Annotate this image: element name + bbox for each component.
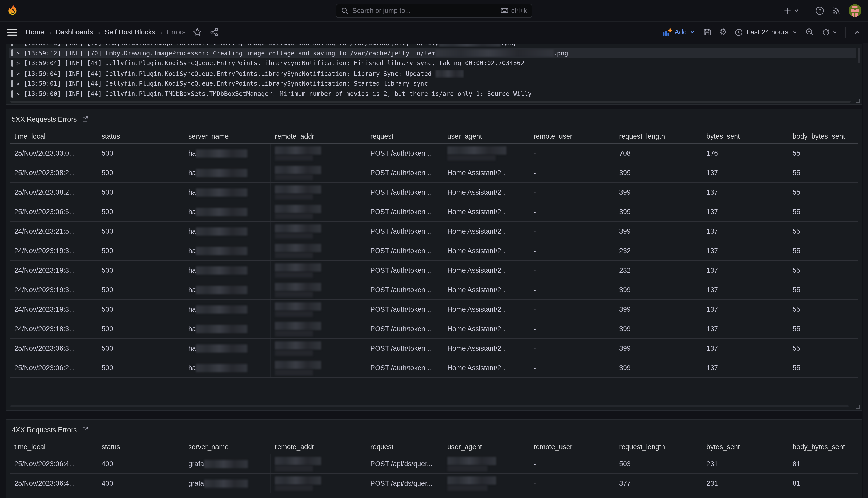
table-cell: 25/Nov/2023:06:5... bbox=[10, 202, 97, 221]
table-cell: 399 bbox=[615, 319, 702, 338]
table-row: 24/Nov/2023:19:3...500haPOST /auth/token… bbox=[10, 261, 858, 280]
collapse-toolbar-icon[interactable] bbox=[854, 28, 861, 36]
table-cell: POST /auth/token ... bbox=[366, 319, 443, 338]
breadcrumb-item: Errors bbox=[167, 28, 186, 36]
log-level-bar bbox=[11, 70, 13, 77]
star-icon[interactable] bbox=[193, 28, 202, 37]
horizontal-scrollbar[interactable] bbox=[10, 405, 849, 407]
column-header-status[interactable]: status bbox=[97, 443, 184, 450]
external-link-icon[interactable] bbox=[82, 426, 89, 433]
column-header-server_name[interactable]: server_name bbox=[184, 443, 271, 450]
share-icon[interactable] bbox=[210, 28, 219, 37]
external-link-icon[interactable] bbox=[82, 116, 89, 123]
column-header-user_agent[interactable]: user_agent bbox=[443, 132, 529, 140]
table-cell: ha bbox=[184, 222, 271, 241]
help-icon[interactable]: ? bbox=[815, 6, 824, 15]
table-cell: 55 bbox=[788, 261, 858, 280]
column-header-body_bytes_sent[interactable]: body_bytes_sent bbox=[788, 443, 858, 450]
column-header-bytes_sent[interactable]: bytes_sent bbox=[702, 443, 788, 450]
table-cell: POST /auth/token ... bbox=[366, 144, 443, 163]
table-cell: Home Assistant/2... bbox=[443, 261, 529, 280]
log-expand-icon[interactable]: > bbox=[16, 91, 20, 97]
column-header-user_agent[interactable]: user_agent bbox=[443, 443, 529, 450]
zoom-out-icon[interactable] bbox=[805, 28, 814, 37]
horizontal-scrollbar[interactable] bbox=[10, 101, 851, 103]
log-expand-icon[interactable]: > bbox=[16, 80, 20, 87]
panel-resize-handle[interactable] bbox=[856, 99, 860, 103]
panel-header[interactable]: 4XX Requests Errors bbox=[6, 420, 862, 440]
new-menu-button[interactable] bbox=[783, 6, 799, 15]
table-cell: ha bbox=[184, 144, 271, 163]
table-cell: ha bbox=[184, 339, 271, 358]
column-header-body_bytes_sent[interactable]: body_bytes_sent bbox=[788, 132, 858, 140]
column-header-remote_user[interactable]: remote_user bbox=[529, 132, 615, 140]
log-expand-icon[interactable]: > bbox=[16, 44, 20, 46]
dashboard-settings-icon[interactable]: ⚙ bbox=[719, 28, 727, 37]
panel-header[interactable]: 5XX Requests Errors bbox=[6, 109, 862, 129]
search-input[interactable]: Search or jump to... ctrl+k bbox=[336, 3, 532, 18]
table-cell: POST /api/ds/quer... bbox=[366, 454, 443, 473]
column-header-server_name[interactable]: server_name bbox=[184, 132, 271, 140]
table-cell: Home Assistant/2... bbox=[443, 358, 529, 377]
column-header-time_local[interactable]: time_local bbox=[10, 443, 97, 450]
mega-menu-icon[interactable] bbox=[7, 28, 17, 36]
log-message: [13:59:01] [INF] [44] Jellyfin.Plugin.Ko… bbox=[24, 80, 428, 87]
column-header-request[interactable]: request bbox=[366, 132, 443, 140]
column-header-request_length[interactable]: request_length bbox=[615, 443, 702, 450]
breadcrumb-item[interactable]: Dashboards bbox=[56, 28, 93, 36]
column-header-status[interactable]: status bbox=[97, 132, 184, 140]
redacted-value bbox=[196, 305, 247, 313]
log-rows: >[13:59:13] [INF] [70] Emby.Drawing.Imag… bbox=[9, 44, 856, 100]
redacted-value bbox=[204, 479, 248, 487]
page-scrollbar[interactable] bbox=[863, 43, 868, 498]
table-cell: 137 bbox=[702, 241, 788, 260]
user-avatar[interactable] bbox=[849, 4, 861, 17]
column-header-request_length[interactable]: request_length bbox=[615, 132, 702, 140]
column-header-bytes_sent[interactable]: bytes_sent bbox=[702, 132, 788, 140]
redacted-value bbox=[439, 44, 501, 47]
table-cell: 55 bbox=[788, 163, 858, 182]
table-cell: - bbox=[529, 474, 615, 493]
table-cell: POST /auth/token ... bbox=[366, 202, 443, 221]
search-icon bbox=[341, 7, 348, 14]
table-cell: POST /auth/token ... bbox=[366, 280, 443, 299]
refresh-button[interactable] bbox=[822, 28, 838, 36]
time-range-picker[interactable]: Last 24 hours bbox=[735, 28, 798, 36]
grafana-logo[interactable] bbox=[7, 5, 18, 16]
breadcrumb-item[interactable]: Home bbox=[26, 28, 44, 36]
column-header-time_local[interactable]: time_local bbox=[10, 132, 97, 140]
column-header-remote_addr[interactable]: remote_addr bbox=[271, 132, 366, 140]
column-header-request[interactable]: request bbox=[366, 443, 443, 450]
table-row: 24/Nov/2023:18:3...500haPOST /auth/token… bbox=[10, 319, 858, 339]
column-header-remote_user[interactable]: remote_user bbox=[529, 443, 615, 450]
log-expand-icon[interactable]: > bbox=[16, 60, 20, 66]
log-row: >[13:59:00] [INF] [44] Jellyfin.Plugin.T… bbox=[9, 89, 856, 99]
log-expand-icon[interactable]: > bbox=[16, 50, 20, 56]
dashboard-toolbar: Home›Dashboards›Self Host Blocks›Errors bbox=[0, 22, 868, 43]
breadcrumb: Home›Dashboards›Self Host Blocks›Errors bbox=[26, 28, 186, 36]
table-cell: Home Assistant/2... bbox=[443, 280, 529, 299]
search-placeholder: Search or jump to... bbox=[352, 7, 497, 14]
table-cell: 25/Nov/2023:06:3... bbox=[10, 339, 97, 358]
table-cell: - bbox=[529, 261, 615, 280]
log-row: >[13:59:12] [INF] [70] Emby.Drawing.Imag… bbox=[9, 48, 856, 58]
save-dashboard-icon[interactable] bbox=[703, 28, 711, 37]
table-cell: 500 bbox=[97, 163, 184, 182]
column-header-remote_addr[interactable]: remote_addr bbox=[271, 443, 366, 450]
panel-resize-handle[interactable] bbox=[856, 405, 860, 409]
table-cell: Home Assistant/2... bbox=[443, 202, 529, 221]
table-cell: 399 bbox=[615, 222, 702, 241]
breadcrumb-item[interactable]: Self Host Blocks bbox=[105, 28, 155, 36]
log-message: [13:59:00] [INF] [44] Jellyfin.Plugin.TM… bbox=[24, 90, 532, 97]
log-expand-icon[interactable]: > bbox=[16, 70, 20, 77]
news-rss-icon[interactable] bbox=[832, 6, 841, 15]
redacted-value bbox=[275, 476, 321, 490]
vertical-scrollbar[interactable] bbox=[858, 48, 860, 63]
table-cell bbox=[271, 241, 366, 260]
table-cell: 500 bbox=[97, 319, 184, 338]
table-cell bbox=[271, 319, 366, 338]
table-row: 24/Nov/2023:19:3...500haPOST /auth/token… bbox=[10, 300, 858, 319]
log-level-bar bbox=[11, 80, 13, 87]
table-row: 24/Nov/2023:21:5...500haPOST /auth/token… bbox=[10, 222, 858, 241]
add-panel-button[interactable]: Add bbox=[662, 28, 695, 36]
